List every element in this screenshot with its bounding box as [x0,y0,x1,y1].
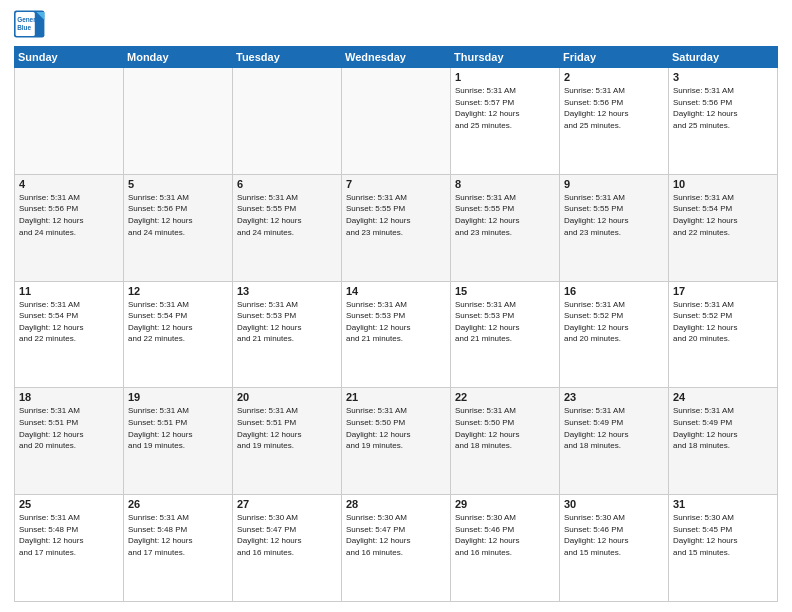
calendar-cell: 27Sunrise: 5:30 AM Sunset: 5:47 PM Dayli… [233,495,342,602]
calendar-cell [233,68,342,175]
day-number: 10 [673,178,773,190]
weekday-tuesday: Tuesday [233,47,342,68]
day-info: Sunrise: 5:31 AM Sunset: 5:55 PM Dayligh… [564,192,664,238]
day-info: Sunrise: 5:31 AM Sunset: 5:48 PM Dayligh… [128,512,228,558]
day-number: 16 [564,285,664,297]
day-number: 30 [564,498,664,510]
calendar-cell [15,68,124,175]
calendar-cell: 10Sunrise: 5:31 AM Sunset: 5:54 PM Dayli… [669,174,778,281]
day-number: 22 [455,391,555,403]
calendar-cell: 28Sunrise: 5:30 AM Sunset: 5:47 PM Dayli… [342,495,451,602]
day-info: Sunrise: 5:31 AM Sunset: 5:55 PM Dayligh… [237,192,337,238]
day-number: 20 [237,391,337,403]
calendar-cell: 24Sunrise: 5:31 AM Sunset: 5:49 PM Dayli… [669,388,778,495]
week-row-1: 1Sunrise: 5:31 AM Sunset: 5:57 PM Daylig… [15,68,778,175]
week-row-5: 25Sunrise: 5:31 AM Sunset: 5:48 PM Dayli… [15,495,778,602]
day-number: 23 [564,391,664,403]
calendar-cell: 17Sunrise: 5:31 AM Sunset: 5:52 PM Dayli… [669,281,778,388]
day-info: Sunrise: 5:31 AM Sunset: 5:48 PM Dayligh… [19,512,119,558]
calendar-cell: 8Sunrise: 5:31 AM Sunset: 5:55 PM Daylig… [451,174,560,281]
day-number: 25 [19,498,119,510]
day-info: Sunrise: 5:31 AM Sunset: 5:49 PM Dayligh… [564,405,664,451]
day-info: Sunrise: 5:31 AM Sunset: 5:51 PM Dayligh… [19,405,119,451]
week-row-4: 18Sunrise: 5:31 AM Sunset: 5:51 PM Dayli… [15,388,778,495]
svg-text:General: General [17,16,41,23]
day-info: Sunrise: 5:31 AM Sunset: 5:57 PM Dayligh… [455,85,555,131]
week-row-2: 4Sunrise: 5:31 AM Sunset: 5:56 PM Daylig… [15,174,778,281]
calendar-cell: 31Sunrise: 5:30 AM Sunset: 5:45 PM Dayli… [669,495,778,602]
calendar-cell: 22Sunrise: 5:31 AM Sunset: 5:50 PM Dayli… [451,388,560,495]
week-row-3: 11Sunrise: 5:31 AM Sunset: 5:54 PM Dayli… [15,281,778,388]
day-info: Sunrise: 5:31 AM Sunset: 5:55 PM Dayligh… [346,192,446,238]
day-info: Sunrise: 5:31 AM Sunset: 5:54 PM Dayligh… [19,299,119,345]
svg-text:Blue: Blue [17,24,31,31]
day-number: 29 [455,498,555,510]
day-info: Sunrise: 5:30 AM Sunset: 5:46 PM Dayligh… [564,512,664,558]
logo-icon: General Blue [14,10,46,38]
calendar-cell [124,68,233,175]
day-info: Sunrise: 5:31 AM Sunset: 5:56 PM Dayligh… [128,192,228,238]
weekday-wednesday: Wednesday [342,47,451,68]
day-number: 19 [128,391,228,403]
calendar-cell [342,68,451,175]
day-number: 15 [455,285,555,297]
calendar-cell: 6Sunrise: 5:31 AM Sunset: 5:55 PM Daylig… [233,174,342,281]
day-number: 24 [673,391,773,403]
calendar-cell: 23Sunrise: 5:31 AM Sunset: 5:49 PM Dayli… [560,388,669,495]
calendar-cell: 29Sunrise: 5:30 AM Sunset: 5:46 PM Dayli… [451,495,560,602]
calendar-cell: 19Sunrise: 5:31 AM Sunset: 5:51 PM Dayli… [124,388,233,495]
day-info: Sunrise: 5:30 AM Sunset: 5:47 PM Dayligh… [237,512,337,558]
day-info: Sunrise: 5:30 AM Sunset: 5:47 PM Dayligh… [346,512,446,558]
day-number: 9 [564,178,664,190]
day-number: 6 [237,178,337,190]
calendar-cell: 9Sunrise: 5:31 AM Sunset: 5:55 PM Daylig… [560,174,669,281]
calendar-cell: 3Sunrise: 5:31 AM Sunset: 5:56 PM Daylig… [669,68,778,175]
day-info: Sunrise: 5:31 AM Sunset: 5:53 PM Dayligh… [346,299,446,345]
day-number: 26 [128,498,228,510]
calendar-cell: 16Sunrise: 5:31 AM Sunset: 5:52 PM Dayli… [560,281,669,388]
day-number: 2 [564,71,664,83]
day-info: Sunrise: 5:31 AM Sunset: 5:56 PM Dayligh… [19,192,119,238]
calendar-cell: 12Sunrise: 5:31 AM Sunset: 5:54 PM Dayli… [124,281,233,388]
day-number: 5 [128,178,228,190]
day-number: 3 [673,71,773,83]
calendar-table: SundayMondayTuesdayWednesdayThursdayFrid… [14,46,778,602]
calendar-cell: 14Sunrise: 5:31 AM Sunset: 5:53 PM Dayli… [342,281,451,388]
day-number: 8 [455,178,555,190]
page: General Blue SundayMondayTuesdayWednesda… [0,0,792,612]
calendar-cell: 4Sunrise: 5:31 AM Sunset: 5:56 PM Daylig… [15,174,124,281]
day-number: 21 [346,391,446,403]
day-number: 28 [346,498,446,510]
day-info: Sunrise: 5:31 AM Sunset: 5:55 PM Dayligh… [455,192,555,238]
weekday-saturday: Saturday [669,47,778,68]
day-number: 11 [19,285,119,297]
day-info: Sunrise: 5:31 AM Sunset: 5:56 PM Dayligh… [673,85,773,131]
day-number: 18 [19,391,119,403]
logo: General Blue [14,10,46,38]
day-number: 14 [346,285,446,297]
calendar-cell: 13Sunrise: 5:31 AM Sunset: 5:53 PM Dayli… [233,281,342,388]
calendar-cell: 7Sunrise: 5:31 AM Sunset: 5:55 PM Daylig… [342,174,451,281]
weekday-friday: Friday [560,47,669,68]
day-info: Sunrise: 5:30 AM Sunset: 5:45 PM Dayligh… [673,512,773,558]
day-info: Sunrise: 5:31 AM Sunset: 5:52 PM Dayligh… [564,299,664,345]
day-number: 31 [673,498,773,510]
weekday-thursday: Thursday [451,47,560,68]
day-number: 13 [237,285,337,297]
calendar-cell: 15Sunrise: 5:31 AM Sunset: 5:53 PM Dayli… [451,281,560,388]
weekday-sunday: Sunday [15,47,124,68]
day-info: Sunrise: 5:31 AM Sunset: 5:53 PM Dayligh… [455,299,555,345]
day-info: Sunrise: 5:31 AM Sunset: 5:49 PM Dayligh… [673,405,773,451]
day-number: 4 [19,178,119,190]
day-number: 17 [673,285,773,297]
day-number: 7 [346,178,446,190]
calendar-cell: 5Sunrise: 5:31 AM Sunset: 5:56 PM Daylig… [124,174,233,281]
header: General Blue [14,10,778,38]
calendar-cell: 20Sunrise: 5:31 AM Sunset: 5:51 PM Dayli… [233,388,342,495]
day-info: Sunrise: 5:31 AM Sunset: 5:54 PM Dayligh… [128,299,228,345]
calendar-cell: 26Sunrise: 5:31 AM Sunset: 5:48 PM Dayli… [124,495,233,602]
calendar-cell: 25Sunrise: 5:31 AM Sunset: 5:48 PM Dayli… [15,495,124,602]
day-number: 1 [455,71,555,83]
day-info: Sunrise: 5:31 AM Sunset: 5:51 PM Dayligh… [128,405,228,451]
day-info: Sunrise: 5:31 AM Sunset: 5:52 PM Dayligh… [673,299,773,345]
